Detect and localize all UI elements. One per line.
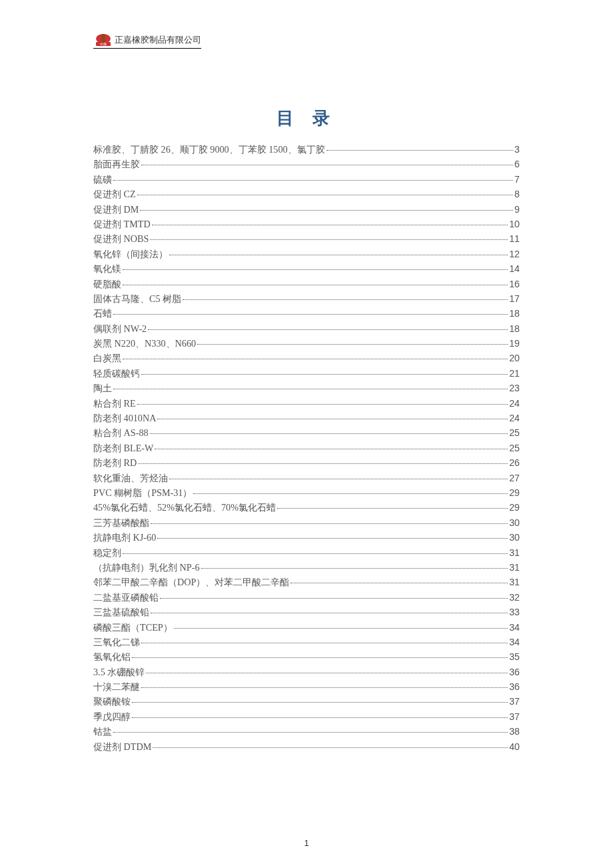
toc-item-page: 32 <box>509 593 520 602</box>
toc-item[interactable]: 炭黑 N220、N330、N66019 <box>93 339 520 348</box>
toc-item-label: 硬脂酸 <box>93 279 121 289</box>
toc-item[interactable]: 邻苯二甲酸二辛酯（DOP）、对苯二甲酸二辛酯31 <box>93 577 520 587</box>
toc-item-label: 氧化镁 <box>93 264 121 273</box>
toc-leader-dots <box>141 165 513 165</box>
toc-leader-dots <box>123 359 508 359</box>
toc-item-page: 31 <box>509 563 520 572</box>
toc-item-label: （抗静电剂）乳化剂 NP-6 <box>93 563 200 572</box>
toc-leader-dots <box>157 419 508 419</box>
toc-leader-dots <box>153 747 508 748</box>
toc-item[interactable]: 防老剂 RD26 <box>93 458 520 467</box>
toc-item[interactable]: 二盐基亚磷酸铅32 <box>93 593 520 602</box>
toc-item[interactable]: 硬脂酸16 <box>93 279 520 289</box>
toc-leader-dots <box>151 613 508 613</box>
toc-item[interactable]: 稳定剂31 <box>93 548 520 557</box>
toc-item[interactable]: 3.5 水硼酸锌36 <box>93 667 520 677</box>
toc-item[interactable]: 标准胶、丁腈胶 26、顺丁胶 9000、丁苯胶 1500、氯丁胶3 <box>93 145 520 154</box>
toc-item-label: 石蜡 <box>93 309 112 318</box>
toc-item[interactable]: 石蜡18 <box>93 309 520 318</box>
toc-leader-dots <box>137 404 508 405</box>
toc-item[interactable]: 氧化锌（间接法）12 <box>93 249 520 259</box>
toc-leader-dots <box>201 568 508 569</box>
toc-leader-dots <box>140 210 513 211</box>
toc-item[interactable]: 粘合剂 RE24 <box>93 399 520 408</box>
toc-leader-dots <box>152 225 508 225</box>
toc-item-page: 36 <box>509 682 520 691</box>
toc-item-label: 促进剂 NOBS <box>93 234 149 243</box>
toc-item[interactable]: 45%氯化石蜡、52%氯化石蜡、70%氯化石蜡29 <box>93 503 520 512</box>
toc-item[interactable]: 胎面再生胶6 <box>93 159 520 169</box>
toc-item[interactable]: 十溴二苯醚36 <box>93 682 520 691</box>
toc-item-label: 钴盐 <box>93 727 112 736</box>
toc-item[interactable]: 三盐基硫酸铅33 <box>93 607 520 617</box>
svg-text:中煤: 中煤 <box>100 42 107 46</box>
toc-item-page: 33 <box>509 607 520 617</box>
toc-item[interactable]: PVC 糊树脂（PSM-31）29 <box>93 488 520 497</box>
toc-item[interactable]: 促进剂 DTDM40 <box>93 742 520 751</box>
toc-item[interactable]: （抗静电剂）乳化剂 NP-631 <box>93 563 520 572</box>
toc-item[interactable]: 抗静电剂 KJ-6030 <box>93 533 520 542</box>
toc-item-page: 37 <box>509 697 520 706</box>
toc-item-page: 9 <box>514 205 520 214</box>
toc-item-label: 三芳基磷酸酯 <box>93 518 149 527</box>
toc-item[interactable]: 促进剂 NOBS11 <box>93 234 520 243</box>
page-header: 中煤 正嘉橡胶制品有限公司 <box>93 33 520 49</box>
toc-item[interactable]: 钴盐38 <box>93 727 520 736</box>
toc-leader-dots <box>123 285 508 285</box>
toc-item[interactable]: 磷酸三酯（TCEP）34 <box>93 623 520 632</box>
toc-item[interactable]: 促进剂 TMTD10 <box>93 219 520 229</box>
toc-item-page: 6 <box>514 159 520 169</box>
toc-item-label: 硫磺 <box>93 175 112 184</box>
toc-item-label: 45%氯化石蜡、52%氯化石蜡、70%氯化石蜡 <box>93 503 276 512</box>
toc-item-page: 20 <box>509 353 520 363</box>
toc-item[interactable]: 季戊四醇37 <box>93 712 520 721</box>
toc-leader-dots <box>138 463 508 464</box>
toc-item-label: 抗静电剂 KJ-60 <box>93 533 156 542</box>
toc-item[interactable]: 硫磺7 <box>93 175 520 184</box>
toc-item-page: 18 <box>509 324 520 333</box>
toc-item[interactable]: 偶联剂 NW-218 <box>93 324 520 333</box>
toc-item[interactable]: 三氧化二锑34 <box>93 637 520 647</box>
toc-leader-dots <box>141 687 508 688</box>
toc-leader-dots <box>160 598 508 599</box>
toc-item-page: 36 <box>509 667 520 677</box>
toc-item[interactable]: 防老剂 4010NA24 <box>93 413 520 423</box>
company-logo-icon: 中煤 <box>93 33 113 47</box>
toc-item-page: 25 <box>509 428 520 437</box>
toc-item-page: 38 <box>509 727 520 736</box>
toc-item[interactable]: 防老剂 BLE-W25 <box>93 443 520 453</box>
toc-item-label: 3.5 水硼酸锌 <box>93 667 145 677</box>
toc-leader-dots <box>277 508 508 509</box>
toc-item-label: 三盐基硫酸铅 <box>93 607 149 617</box>
toc-item-label: 稳定剂 <box>93 548 121 557</box>
toc-leader-dots <box>132 717 508 718</box>
toc-item[interactable]: 白炭黑20 <box>93 353 520 363</box>
toc-item[interactable]: 粘合剂 AS-8825 <box>93 428 520 437</box>
toc-item-page: 30 <box>509 533 520 542</box>
toc-item-label: 防老剂 RD <box>93 458 137 467</box>
toc-item[interactable]: 三芳基磷酸酯30 <box>93 518 520 527</box>
toc-item-label: 软化重油、芳烃油 <box>93 473 168 483</box>
toc-item[interactable]: 促进剂 DM9 <box>93 205 520 214</box>
toc-item[interactable]: 促进剂 CZ8 <box>93 189 520 199</box>
toc-item[interactable]: 固体古马隆、C5 树脂17 <box>93 294 520 303</box>
toc-item-label: 标准胶、丁腈胶 26、顺丁胶 9000、丁苯胶 1500、氯丁胶 <box>93 145 325 154</box>
toc-item[interactable]: 轻质碳酸钙21 <box>93 369 520 378</box>
toc-item[interactable]: 氧化镁14 <box>93 264 520 273</box>
toc-item[interactable]: 软化重油、芳烃油27 <box>93 473 520 483</box>
table-of-contents: 标准胶、丁腈胶 26、顺丁胶 9000、丁苯胶 1500、氯丁胶3胎面再生胶6硫… <box>93 145 520 751</box>
toc-item-page: 19 <box>509 339 520 348</box>
toc-item-label: 粘合剂 RE <box>93 399 136 408</box>
toc-item-page: 17 <box>509 294 520 303</box>
toc-leader-dots <box>148 329 508 330</box>
toc-item[interactable]: 聚磷酸铵37 <box>93 697 520 706</box>
toc-item[interactable]: 氢氧化铝35 <box>93 652 520 661</box>
company-name: 正嘉橡胶制品有限公司 <box>115 34 201 46</box>
toc-item[interactable]: 陶土23 <box>93 383 520 393</box>
toc-leader-dots <box>113 180 513 181</box>
toc-leader-dots <box>146 673 508 673</box>
toc-item-page: 10 <box>509 219 520 229</box>
toc-item-label: 粘合剂 AS-88 <box>93 428 149 437</box>
toc-item-page: 24 <box>509 399 520 408</box>
toc-leader-dots <box>141 643 508 643</box>
